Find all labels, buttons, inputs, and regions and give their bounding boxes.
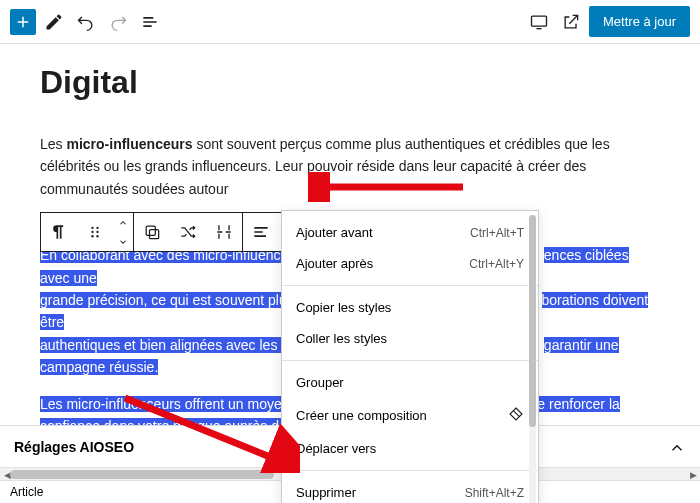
panel-title: Réglages AIOSEO (14, 439, 134, 455)
menu-label: Copier les styles (296, 300, 391, 315)
svg-rect-7 (146, 226, 155, 235)
chevron-up-icon (117, 218, 129, 228)
align-left-icon (251, 222, 271, 242)
menu-shortcut: Ctrl+Alt+T (470, 226, 524, 240)
diamond-icon (508, 406, 524, 425)
copy-icon (142, 222, 162, 242)
menu-label: Supprimer (296, 485, 356, 500)
svg-point-2 (96, 227, 98, 229)
view-button[interactable] (525, 8, 553, 36)
menu-delete[interactable]: Supprimer Shift+Alt+Z (282, 477, 538, 503)
undo-button[interactable] (72, 8, 100, 36)
menu-label: Ajouter avant (296, 225, 373, 240)
selected-text: campagne réussie. (40, 359, 158, 375)
block-type-button[interactable] (41, 213, 77, 251)
text: Les (40, 136, 66, 152)
annotation-arrow-bottom (120, 393, 300, 473)
update-button[interactable]: Mettre à jour (589, 6, 690, 37)
pilcrow-icon (49, 222, 69, 242)
redo-icon (108, 12, 128, 32)
menu-paste-styles[interactable]: Coller les styles (282, 323, 538, 354)
selected-text: grande précision, ce qui est souvent plu… (40, 292, 294, 308)
menu-move-to[interactable]: Déplacer vers (282, 433, 538, 464)
document-overview-button[interactable] (136, 8, 164, 36)
copy-button[interactable] (134, 213, 170, 251)
menu-insert-before[interactable]: Ajouter avant Ctrl+Alt+T (282, 217, 538, 248)
add-block-button[interactable] (10, 9, 36, 35)
preview-external-button[interactable] (557, 8, 585, 36)
break-button[interactable] (206, 213, 242, 251)
menu-label: Déplacer vers (296, 441, 376, 456)
svg-point-5 (91, 235, 93, 237)
menu-group[interactable]: Grouper (282, 367, 538, 398)
svg-point-1 (91, 227, 93, 229)
svg-rect-0 (532, 16, 547, 26)
svg-point-6 (96, 235, 98, 237)
pencil-icon (44, 12, 64, 32)
menu-label: Coller les styles (296, 331, 387, 346)
move-down-button[interactable] (113, 232, 133, 251)
drag-handle-button[interactable] (77, 213, 113, 251)
external-icon (561, 12, 581, 32)
menu-insert-after[interactable]: Ajouter après Ctrl+Alt+Y (282, 248, 538, 279)
move-up-button[interactable] (113, 213, 133, 232)
breadcrumb-root: Article (10, 485, 43, 499)
shuffle-icon (178, 222, 198, 242)
align-button[interactable] (243, 213, 279, 251)
chevron-down-icon (117, 237, 129, 247)
menu-shortcut: Shift+Alt+Z (465, 486, 524, 500)
undo-icon (76, 12, 96, 32)
annotation-arrow-top (308, 172, 468, 202)
svg-point-3 (91, 231, 93, 233)
selected-text: authentiques et bien alignées avec les v… (40, 337, 296, 353)
svg-line-13 (125, 398, 280, 461)
menu-create-composition[interactable]: Créer une composition (282, 398, 538, 433)
edit-mode-button[interactable] (40, 8, 68, 36)
svg-point-4 (96, 231, 98, 233)
menu-scrollbar[interactable] (529, 215, 536, 503)
menu-label: Ajouter après (296, 256, 373, 271)
bold-text: micro-influenceurs (66, 136, 192, 152)
menu-copy-styles[interactable]: Copier les styles (282, 292, 538, 323)
block-options-menu: Ajouter avant Ctrl+Alt+T Ajouter après C… (281, 210, 539, 503)
post-title[interactable]: Digital (40, 64, 660, 101)
redo-button[interactable] (104, 8, 132, 36)
menu-label: Créer une composition (296, 408, 427, 423)
plus-icon (14, 13, 32, 31)
svg-rect-8 (150, 230, 159, 239)
chevron-up-icon (668, 436, 686, 457)
transform-button[interactable] (170, 213, 206, 251)
menu-shortcut: Ctrl+Alt+Y (469, 257, 524, 271)
menu-label: Grouper (296, 375, 344, 390)
drag-icon (85, 222, 105, 242)
split-icon (214, 222, 234, 242)
selected-text: garantir une (544, 337, 619, 353)
outline-icon (140, 12, 160, 32)
selected-text: e renforcer la (537, 396, 619, 412)
desktop-icon (529, 12, 549, 32)
